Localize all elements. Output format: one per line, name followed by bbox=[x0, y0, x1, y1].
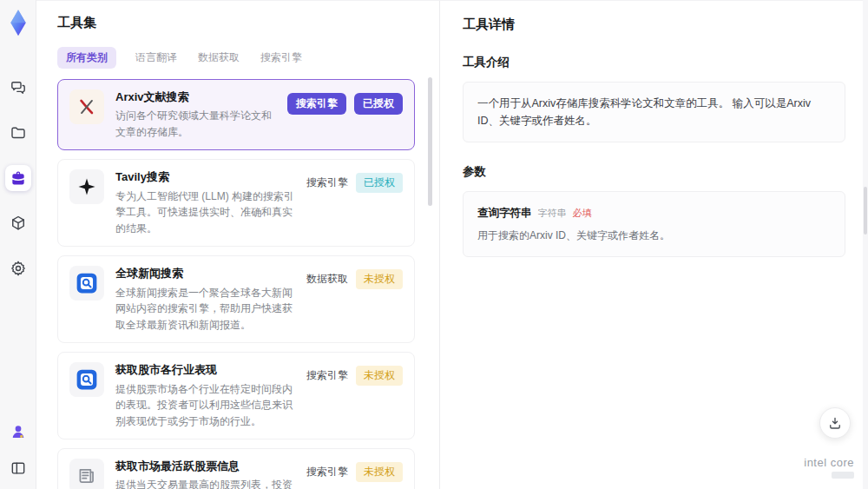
sidebar-item-chat[interactable] bbox=[5, 75, 31, 101]
tool-category-badge: 搜索引擎 bbox=[306, 462, 348, 482]
parameter-name: 查询字符串 bbox=[477, 204, 532, 221]
user-icon bbox=[10, 423, 27, 440]
tool-description: 全球新闻搜索是一个聚合全球各大新闻网站内容的搜索引擎，帮助用户快速获取全球最新资… bbox=[115, 285, 295, 334]
sidebar bbox=[0, 0, 36, 489]
panel-toggle-icon bbox=[10, 459, 27, 477]
tool-name: 获取股市各行业表现 bbox=[115, 362, 295, 378]
tool-description: 访问各个研究领域大量科学论文和文章的存储库。 bbox=[115, 108, 276, 140]
tool-status-badge: 已授权 bbox=[356, 173, 403, 193]
tool-status-badge: 未授权 bbox=[356, 269, 403, 289]
briefcase-icon bbox=[10, 169, 27, 187]
tool-card[interactable]: 全球新闻搜索 全球新闻搜索是一个聚合全球各大新闻网站内容的搜索引擎，帮助用户快速… bbox=[57, 255, 415, 343]
window-scrollbar[interactable] bbox=[863, 0, 868, 489]
arxiv-icon bbox=[69, 89, 104, 124]
tool-card[interactable]: Arxiv文献搜索 访问各个研究领域大量科学论文和文章的存储库。 搜索引擎 已授… bbox=[57, 79, 415, 150]
sidebar-item-gear[interactable] bbox=[5, 255, 31, 281]
tool-category-badge: 搜索引擎 bbox=[306, 366, 348, 386]
download-button[interactable] bbox=[819, 407, 851, 439]
chat-icon bbox=[10, 79, 27, 96]
sidebar-item-cube[interactable] bbox=[5, 210, 31, 236]
tab-2[interactable]: 数据获取 bbox=[196, 47, 241, 69]
sidebar-item-folder[interactable] bbox=[5, 120, 31, 146]
tavily-icon bbox=[69, 169, 104, 204]
tab-0[interactable]: 所有类别 bbox=[57, 47, 116, 69]
tool-status-badge: 未授权 bbox=[356, 366, 403, 386]
details-title: 工具详情 bbox=[463, 17, 845, 33]
tool-category-badge: 搜索引擎 bbox=[287, 93, 346, 115]
tool-list: Arxiv文献搜索 访问各个研究领域大量科学论文和文章的存储库。 搜索引擎 已授… bbox=[57, 79, 415, 489]
list-scrollbar[interactable] bbox=[428, 77, 432, 206]
app-logo-icon[interactable] bbox=[5, 9, 31, 38]
tool-name: 全球新闻搜索 bbox=[115, 266, 295, 281]
window-scrollbar-thumb[interactable] bbox=[864, 187, 867, 235]
tool-description: 专为人工智能代理 (LLM) 构建的搜索引擎工具。可快速提供实时、准确和真实的结… bbox=[115, 188, 295, 237]
cube-icon bbox=[10, 215, 27, 232]
tool-card[interactable]: Tavily搜索 专为人工智能代理 (LLM) 构建的搜索引擎工具。可快速提供实… bbox=[57, 159, 415, 247]
parameter-type: 字符串 bbox=[538, 206, 567, 221]
tool-details-panel: 工具详情 工具介绍 一个用于从Arxiv存储库搜索科学论文和文章的工具。 输入可… bbox=[439, 0, 868, 489]
brand-text: intel core bbox=[804, 456, 854, 469]
tool-name: Arxiv文献搜索 bbox=[115, 89, 276, 105]
tool-card[interactable]: 获取市场最活跃股票信息 提供当天交易量最高的股票列表，投资者可以利用这些信息来识… bbox=[57, 448, 415, 489]
brand-badge bbox=[832, 472, 854, 479]
tool-status-badge: 未授权 bbox=[356, 462, 403, 482]
tool-status-badge: 已授权 bbox=[354, 93, 403, 115]
intro-heading: 工具介绍 bbox=[463, 55, 845, 70]
news-search-icon bbox=[69, 266, 104, 301]
tool-description: 提供当天交易量最高的股票列表，投资者可以利用这些信息来识别流动性强的股票和潜在的… bbox=[115, 477, 295, 489]
tool-category-badge: 数据获取 bbox=[306, 269, 348, 289]
intro-box: 一个用于从Arxiv存储库搜索科学论文和文章的工具。 输入可以是Arxiv ID… bbox=[463, 82, 845, 142]
tab-1[interactable]: 语言翻译 bbox=[134, 47, 179, 69]
tab-3[interactable]: 搜索引擎 bbox=[259, 47, 304, 69]
sidebar-nav bbox=[5, 75, 31, 281]
intel-core-logo: intel core bbox=[804, 456, 854, 479]
params-heading: 参数 bbox=[463, 164, 845, 180]
gear-icon bbox=[10, 260, 27, 277]
tool-name: Tavily搜索 bbox=[115, 169, 295, 185]
sidebar-item-user[interactable] bbox=[6, 420, 30, 444]
newspaper-icon bbox=[69, 459, 104, 489]
params-box: 查询字符串 字符串 必填 用于搜索的Arxiv ID、关键字或作者姓名。 bbox=[463, 191, 845, 257]
page-title: 工具集 bbox=[57, 15, 427, 31]
download-icon bbox=[827, 415, 843, 431]
folder-icon bbox=[10, 124, 27, 142]
tool-name: 获取市场最活跃股票信息 bbox=[115, 459, 295, 474]
parameter-row: 查询字符串 字符串 必填 用于搜索的Arxiv ID、关键字或作者姓名。 bbox=[477, 204, 831, 244]
news-search-icon bbox=[69, 362, 104, 397]
sidebar-bottom bbox=[6, 420, 30, 480]
sidebar-item-briefcase[interactable] bbox=[5, 165, 31, 191]
tool-card[interactable]: 获取股市各行业表现 提供股票市场各个行业在特定时间段内的表现。投资者可以利用这些… bbox=[57, 352, 415, 439]
category-tabs: 所有类别语言翻译数据获取搜索引擎 bbox=[57, 47, 427, 69]
tool-list-panel: 工具集 所有类别语言翻译数据获取搜索引擎 Arxiv文献搜索 访问各个研究领域大… bbox=[36, 0, 439, 489]
parameter-description: 用于搜索的Arxiv ID、关键字或作者姓名。 bbox=[477, 228, 831, 244]
tool-description: 提供股票市场各个行业在特定时间段内的表现。投资者可以利用这些信息来识别表现优于或… bbox=[115, 381, 295, 430]
tool-category-badge: 搜索引擎 bbox=[306, 173, 348, 193]
parameter-required-flag: 必填 bbox=[573, 206, 592, 221]
sidebar-item-panel-toggle[interactable] bbox=[6, 456, 30, 480]
app-window: 工具集 所有类别语言翻译数据获取搜索引擎 Arxiv文献搜索 访问各个研究领域大… bbox=[0, 0, 868, 489]
